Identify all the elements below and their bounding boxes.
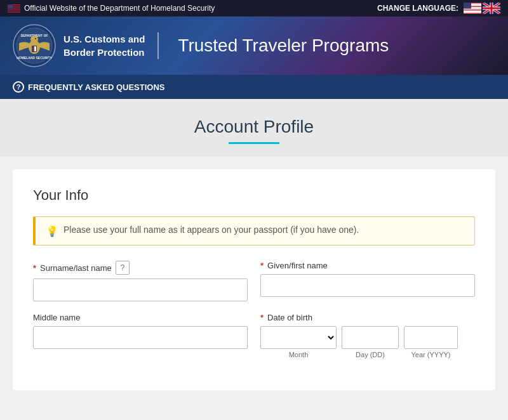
dhs-seal-icon: DEPARTMENT OF HOMELAND SECURITY xyxy=(13,24,56,67)
svg-rect-13 xyxy=(464,10,481,10)
gov-bar: Official Website of the Department of Ho… xyxy=(0,0,508,16)
given-name-label-text: Given/first name xyxy=(267,261,328,270)
dob-day-input[interactable] xyxy=(342,326,399,349)
middle-name-input[interactable] xyxy=(33,326,248,349)
info-box-text: Please use your full name as it appears … xyxy=(64,225,359,235)
dob-day-wrap: Day (DD) xyxy=(342,326,399,358)
middle-name-label-text: Middle name xyxy=(33,313,80,322)
page-title-area: Account Profile xyxy=(0,99,508,157)
svg-point-37 xyxy=(30,36,38,43)
surname-help-button[interactable]: ? xyxy=(116,261,130,275)
svg-rect-40 xyxy=(32,46,34,51)
gov-bar-right: CHANGE LANGUAGE: xyxy=(377,3,500,14)
svg-rect-19 xyxy=(464,9,481,10)
svg-text:HOMELAND SECURITY: HOMELAND SECURITY xyxy=(17,56,52,60)
dob-month-wrap: January February March April May June Ju… xyxy=(260,326,337,358)
dob-group: * Date of birth January February March A… xyxy=(260,313,475,358)
dob-year-input[interactable] xyxy=(404,326,458,349)
svg-rect-20 xyxy=(464,10,481,11)
svg-rect-21 xyxy=(464,12,481,13)
main-content: Your Info 💡 Please use your full name as… xyxy=(0,157,508,403)
svg-rect-5 xyxy=(8,11,20,11)
page-title: Account Profile xyxy=(13,117,495,137)
dob-required-star: * xyxy=(260,313,264,322)
middle-name-label: Middle name xyxy=(33,313,248,322)
dob-month-label: Month xyxy=(260,351,337,358)
gov-bar-text: Official Website of the Department of Ho… xyxy=(24,4,215,13)
name-row: * Surname/last name ? * Given/first name xyxy=(33,261,475,301)
given-name-required-star: * xyxy=(260,261,264,270)
surname-input[interactable] xyxy=(33,279,248,301)
svg-rect-7 xyxy=(8,4,13,9)
dob-inputs: January February March April May June Ju… xyxy=(260,326,475,358)
svg-rect-4 xyxy=(8,10,20,10)
form-card: Your Info 💡 Please use your full name as… xyxy=(13,169,495,390)
faq-link[interactable]: ? FREQUENTLY ASKED QUESTIONS xyxy=(13,81,165,93)
svg-rect-31 xyxy=(483,8,500,10)
uk-flag-icon[interactable] xyxy=(483,3,500,14)
dob-label: * Date of birth xyxy=(260,313,475,322)
nav-bar: ? FREQUENTLY ASKED QUESTIONS xyxy=(0,75,508,99)
program-title: Trusted Traveler Programs xyxy=(171,36,389,56)
section-title: Your Info xyxy=(33,187,475,204)
dob-day-label: Day (DD) xyxy=(342,351,399,358)
dob-year-label: Year (YYYY) xyxy=(404,351,458,358)
us-flag-small-icon xyxy=(8,4,20,13)
svg-rect-6 xyxy=(8,12,20,13)
faq-label: FREQUENTLY ASKED QUESTIONS xyxy=(28,82,165,92)
flag-group[interactable] xyxy=(464,3,500,14)
svg-point-38 xyxy=(35,38,36,39)
gov-bar-left: Official Website of the Department of Ho… xyxy=(8,4,215,13)
given-name-input[interactable] xyxy=(260,274,475,297)
title-underline xyxy=(229,142,279,144)
site-header: DEPARTMENT OF HOMELAND SECURITY U.S. Cus… xyxy=(0,16,508,75)
change-language-label: CHANGE LANGUAGE: xyxy=(377,4,458,13)
surname-label: * Surname/last name ? xyxy=(33,261,248,275)
svg-rect-15 xyxy=(464,13,481,14)
surname-group: * Surname/last name ? xyxy=(33,261,248,301)
faq-icon: ? xyxy=(13,81,24,93)
info-lightbulb-icon: 💡 xyxy=(46,225,58,237)
info-box: 💡 Please use your full name as it appear… xyxy=(33,216,475,246)
svg-rect-22 xyxy=(464,3,471,9)
us-flag-icon[interactable] xyxy=(464,3,481,14)
agency-name: U.S. Customs and Border Protection xyxy=(64,32,159,59)
middle-dob-row: Middle name * Date of birth January Febr… xyxy=(33,313,475,358)
given-name-label: * Given/first name xyxy=(260,261,475,270)
surname-required-star: * xyxy=(33,263,36,273)
dob-year-wrap: Year (YYYY) xyxy=(404,326,458,358)
header-logo: DEPARTMENT OF HOMELAND SECURITY U.S. Cus… xyxy=(13,24,159,67)
svg-rect-14 xyxy=(464,11,481,12)
given-name-group: * Given/first name xyxy=(260,261,475,301)
dob-month-select[interactable]: January February March April May June Ju… xyxy=(260,326,337,349)
svg-rect-41 xyxy=(34,46,36,51)
dob-label-text: Date of birth xyxy=(267,313,312,322)
middle-name-group: Middle name xyxy=(33,313,248,358)
surname-label-text: Surname/last name xyxy=(40,263,112,273)
